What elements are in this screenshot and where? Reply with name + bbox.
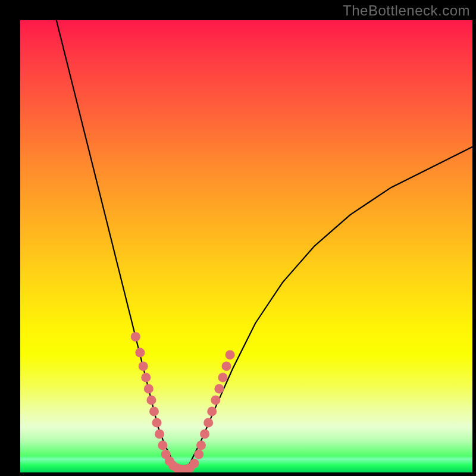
marker-dot <box>152 418 162 427</box>
marker-dot <box>222 361 231 371</box>
marker-dot <box>214 384 224 393</box>
marker-dot <box>207 406 217 416</box>
marker-dot <box>141 372 151 382</box>
chart-outer-frame: TheBottleneck.com <box>0 0 476 476</box>
marker-dot <box>131 332 140 342</box>
marker-dot <box>194 450 203 459</box>
curve-layer <box>20 20 472 472</box>
marker-dot <box>144 384 154 393</box>
marker-dot <box>135 348 145 358</box>
marker-dot <box>203 418 213 427</box>
marker-dot <box>139 361 148 371</box>
watermark-text: TheBottleneck.com <box>343 2 470 19</box>
marker-dot <box>226 350 235 359</box>
marker-dot <box>146 395 156 405</box>
marker-dot <box>196 440 206 450</box>
marker-dot <box>158 440 167 450</box>
bottleneck-curve <box>57 20 472 470</box>
marker-dot <box>155 429 164 439</box>
marker-dot <box>218 372 227 382</box>
marker-dot <box>200 429 209 439</box>
marker-dot <box>149 406 159 416</box>
plot-area <box>20 20 472 472</box>
highlight-markers <box>131 332 235 472</box>
marker-dot <box>190 459 199 468</box>
marker-dot <box>211 395 220 405</box>
